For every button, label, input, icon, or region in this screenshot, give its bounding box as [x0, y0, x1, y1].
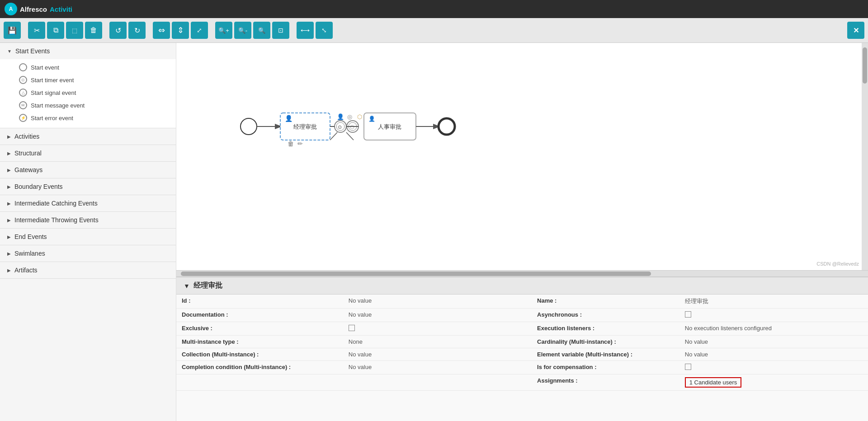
section-artifacts-header[interactable]: ▶ Artifacts	[0, 262, 176, 278]
route-button[interactable]: ⤡	[316, 22, 333, 39]
section-artifacts-label: Artifacts	[14, 267, 38, 274]
section-intermediate-catching-label: Intermediate Catching Events	[14, 200, 98, 207]
connect-button[interactable]: ⟷	[297, 22, 314, 39]
zoom-out-button[interactable]: 🔍-	[234, 22, 251, 39]
svg-line-18	[330, 132, 337, 140]
prop-label-empty	[176, 374, 343, 391]
sidebar-item-start-error[interactable]: ⚡ Start error event	[14, 112, 176, 124]
canvas-scrollbar-h-thumb	[181, 271, 651, 276]
svg-point-24	[439, 118, 455, 135]
properties-title: 经理审批	[193, 281, 222, 290]
properties-header: ▼ 经理审批	[176, 277, 868, 295]
start-message-icon: ✉	[19, 101, 27, 109]
prop-label-execution-listeners: Execution listeners :	[532, 322, 679, 336]
redo-button[interactable]: ↻	[128, 22, 146, 39]
section-structural-label: Structural	[14, 150, 42, 157]
move-button[interactable]: ⤢	[191, 22, 208, 39]
zoom-in-button[interactable]: 🔍+	[215, 22, 232, 39]
section-swimlanes-header[interactable]: ▶ Swimlanes	[0, 245, 176, 262]
compensation-checkbox[interactable]	[685, 364, 691, 370]
section-boundary-events-label: Boundary Events	[14, 183, 63, 190]
align-h-button[interactable]: ⇔	[153, 22, 170, 39]
prop-value-is-compensation	[679, 361, 868, 374]
exclusive-checkbox[interactable]	[349, 325, 355, 331]
section-swimlanes-label: Swimlanes	[14, 250, 45, 257]
app-logo: A Alfresco Activiti	[5, 3, 72, 15]
table-row: Collection (Multi-instance) : No value E…	[176, 348, 868, 361]
section-activities-header[interactable]: ▶ Activities	[0, 128, 176, 145]
prop-label-documentation: Documentation :	[176, 309, 343, 322]
chevron-down-icon: ▼	[7, 49, 12, 54]
align-v-button[interactable]: ⇕	[172, 22, 189, 39]
start-signal-label: Start signal event	[31, 89, 76, 96]
svg-text:人事审批: 人事审批	[378, 123, 401, 130]
prop-value-name: 经理审批	[679, 295, 868, 309]
section-activities: ▶ Activities	[0, 128, 176, 145]
prop-value-completion: No value	[343, 361, 532, 374]
prop-value-assignments[interactable]: 1 Candidate users	[679, 374, 868, 391]
watermark: CSDN @Relievedz	[816, 261, 859, 267]
copy-button[interactable]: ⧉	[47, 22, 64, 39]
prop-label-asynchronous: Asynchronous :	[532, 309, 679, 322]
prop-value-multi-type: None	[343, 336, 532, 348]
canvas-horizontal-scrollbar[interactable]	[176, 270, 868, 276]
section-boundary-events-header[interactable]: ▶ Boundary Events	[0, 178, 176, 195]
fit-button[interactable]: ⊡	[272, 22, 289, 39]
close-button[interactable]: ✕	[847, 22, 864, 39]
section-artifacts: ▶ Artifacts	[0, 262, 176, 279]
section-intermediate-catching-header[interactable]: ▶ Intermediate Catching Events	[0, 195, 176, 211]
sidebar-item-start-signal[interactable]: △ Start signal event	[14, 86, 176, 99]
svg-text:经理审批: 经理审批	[293, 123, 317, 130]
prop-label-exclusive: Exclusive :	[176, 322, 343, 336]
prop-label-element-variable: Element variable (Multi-instance) :	[532, 348, 679, 361]
prop-label-completion: Completion condition (Multi-instance) :	[176, 361, 343, 374]
save-button[interactable]: 💾	[4, 22, 21, 39]
delete-button[interactable]: 🗑	[85, 22, 102, 39]
prop-value-collection: No value	[343, 348, 532, 361]
svg-point-0	[241, 118, 257, 135]
canvas-vertical-scrollbar[interactable]	[862, 43, 868, 270]
section-intermediate-throwing-header[interactable]: ▶ Intermediate Throwing Events	[0, 212, 176, 228]
prop-value-id: No value	[343, 295, 532, 309]
prop-label-name: Name :	[532, 295, 679, 309]
table-row: Documentation : No value Asynchronous :	[176, 309, 868, 322]
canvas-scrollbar-v-thumb	[863, 47, 867, 84]
section-end-events-header[interactable]: ▶ End Events	[0, 229, 176, 245]
prop-value-asynchronous	[679, 309, 868, 322]
start-timer-label: Start timer event	[31, 77, 74, 84]
svg-text:👤: 👤	[285, 115, 293, 122]
cut-button[interactable]: ✂	[28, 22, 45, 39]
properties-panel: ▼ 经理审批 Id : No value Name : 经理审批 Documen…	[176, 276, 868, 421]
section-structural-header[interactable]: ▶ Structural	[0, 145, 176, 161]
svg-text:👤: 👤	[337, 113, 344, 121]
section-start-events-header[interactable]: ▼ Start Events	[0, 43, 176, 59]
section-gateways: ▶ Gateways	[0, 162, 176, 178]
svg-text:🗑: 🗑	[288, 140, 294, 147]
sidebar-item-start-event[interactable]: Start event	[14, 61, 176, 74]
chevron-right-icon-8: ▶	[7, 251, 11, 256]
diagram-svg: 👤 经理审批 🗑 ✏ ⊙ ⬡ 👤 ◎ ⬡	[176, 43, 868, 270]
candidate-users-badge[interactable]: 1 Candidate users	[685, 377, 742, 388]
table-row: Id : No value Name : 经理审批	[176, 295, 868, 309]
prop-label-cardinality: Cardinality (Multi-instance) :	[532, 336, 679, 348]
table-row: Assignments : 1 Candidate users	[176, 374, 868, 391]
start-events-items: Start event ⊙ Start timer event △ Start …	[0, 59, 176, 128]
toolbar: 💾 ✂ ⧉ ⬚ 🗑 ↺ ↻ ⇔ ⇕ ⤢ 🔍+ 🔍- 🔍 ⊡ ⟷ ⤡ ✕	[0, 18, 868, 43]
prop-value-documentation: No value	[343, 309, 532, 322]
asynchronous-checkbox[interactable]	[685, 311, 691, 318]
section-gateways-header[interactable]: ▶ Gateways	[0, 162, 176, 178]
chevron-right-icon-5: ▶	[7, 201, 11, 206]
section-activities-label: Activities	[14, 133, 39, 140]
paste-button[interactable]: ⬚	[66, 22, 83, 39]
prop-value-cardinality: No value	[679, 336, 868, 348]
prop-label-collection: Collection (Multi-instance) :	[176, 348, 343, 361]
undo-button[interactable]: ↺	[109, 22, 127, 39]
canvas[interactable]: 👤 经理审批 🗑 ✏ ⊙ ⬡ 👤 ◎ ⬡	[176, 43, 868, 270]
start-signal-icon: △	[19, 89, 27, 97]
sidebar-item-start-message[interactable]: ✉ Start message event	[14, 99, 176, 112]
zoom-reset-button[interactable]: 🔍	[253, 22, 270, 39]
table-row: Exclusive : Execution listeners : No exe…	[176, 322, 868, 336]
sidebar-item-start-timer[interactable]: ⊙ Start timer event	[14, 74, 176, 86]
start-error-icon: ⚡	[19, 114, 27, 122]
prop-value-element-variable: No value	[679, 348, 868, 361]
